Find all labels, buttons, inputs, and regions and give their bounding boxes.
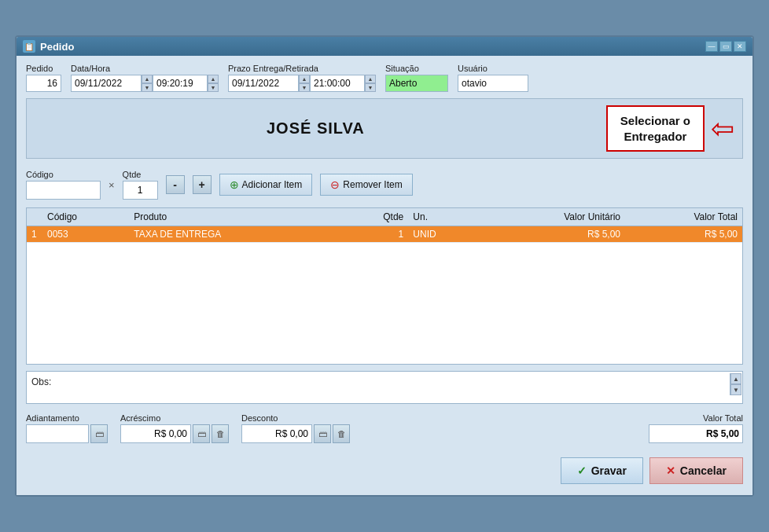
col-valor-unitario: Valor Unitário [480,208,625,226]
prazo-data-down-btn[interactable]: ▼ [299,83,310,92]
footer-fields: Adiantamento 🗃 Acréscimo 🗃 🗑 Desconto [26,410,743,446]
items-table-container: Código Produto Qtde Un. Valor Unitário V… [26,207,743,365]
data-hora-inputs: ▲ ▼ ▲ ▼ [71,75,219,92]
adiantamento-btn[interactable]: 🗃 [90,424,108,443]
hora-down-btn[interactable]: ▼ [208,83,219,92]
plus-button[interactable]: + [193,175,212,194]
window-controls: — ▭ ✕ [705,41,746,52]
gravar-label: Gravar [591,464,627,477]
pedido-group: Pedido [26,64,61,92]
valor-total-group: Valor Total [649,413,743,443]
cell-valor-total: R$ 5,00 [625,226,742,243]
prazo-label: Prazo Entrega/Retirada [228,64,376,73]
col-num [27,208,42,226]
qtde-label: Qtde [123,170,158,179]
col-codigo: Código [42,208,129,226]
prazo-hora-down-btn[interactable]: ▼ [365,83,376,92]
obs-textarea[interactable] [59,373,725,402]
situacao-group: Situação [385,64,448,92]
item-controls: Código × Qtde - + ⊕ Adicionar Item ⊖ Rem… [26,165,743,201]
codigo-label: Código [26,170,101,179]
acrescimo-btn2[interactable]: 🗑 [212,424,229,443]
data-hora-group: Data/Hora ▲ ▼ ▲ ▼ [71,64,219,92]
valor-total-label: Valor Total [703,413,743,423]
usuario-input[interactable] [458,75,528,92]
remove-icon: ⊖ [330,178,340,191]
codigo-input[interactable] [26,181,101,200]
pedido-input[interactable] [26,75,61,92]
table-row[interactable]: 1 0053 TAXA DE ENTREGA 1 UNID R$ 5,00 R$… [27,226,742,243]
acrescimo-input[interactable] [120,424,191,443]
customer-name: JOSÉ SILVA [35,105,597,152]
add-icon: ⊕ [230,178,239,191]
acrescimo-group: Acréscimo 🗃 🗑 [120,413,229,443]
data-up-btn[interactable]: ▲ [142,75,153,83]
cell-un: UNID [408,226,480,243]
prazo-inputs: ▲ ▼ ▲ ▼ [228,75,376,92]
acrescimo-label: Acréscimo [120,413,229,423]
main-window: 📋 Pedido — ▭ ✕ Pedido Data/Hora ▲ ▼ [15,35,754,497]
valor-total-input[interactable] [649,424,743,443]
adiantamento-group: Adiantamento 🗃 [26,413,108,443]
cell-qtde: 1 [343,226,409,243]
desconto-label: Desconto [241,413,350,423]
prazo-data-input[interactable] [228,75,299,92]
obs-scroll-up[interactable]: ▲ [730,373,741,384]
restore-button[interactable]: ▭ [719,41,732,52]
col-valor-total: Valor Total [625,208,742,226]
cancelar-button[interactable]: ✕ Cancelar [649,457,743,484]
pedido-label: Pedido [26,64,61,73]
prazo-hora-input[interactable] [310,75,365,92]
title-bar: 📋 Pedido — ▭ ✕ [17,37,752,56]
window-icon: 📋 [23,40,35,53]
obs-scrollbar: ▲ ▼ [730,373,741,395]
cell-produto: TAXA DE ENTREGA [129,226,342,243]
adiantamento-label: Adiantamento [26,413,108,423]
situacao-input[interactable] [385,75,448,92]
data-input[interactable] [71,75,142,92]
header-fields: Pedido Data/Hora ▲ ▼ ▲ ▼ [26,64,743,92]
cell-valor-unitario: R$ 5,00 [480,226,625,243]
data-hora-label: Data/Hora [71,64,219,73]
prazo-data-up-btn[interactable]: ▲ [299,75,310,83]
hora-up-btn[interactable]: ▲ [208,75,219,83]
remove-item-button[interactable]: ⊖ Remover Item [320,174,412,196]
data-down-btn[interactable]: ▼ [142,83,153,92]
select-deliverer-button[interactable]: Selecionar oEntregador [606,105,705,152]
cancelar-label: Cancelar [680,464,727,477]
usuario-label: Usuário [458,64,528,73]
qtde-group: Qtde [123,170,158,200]
qtde-input[interactable] [123,181,158,200]
col-produto: Produto [129,208,342,226]
items-table: Código Produto Qtde Un. Valor Unitário V… [27,208,742,243]
cell-num: 1 [27,226,42,243]
arrow-right-icon: ⇦ [711,115,734,143]
codigo-group: Código [26,170,101,200]
remove-item-label: Remover Item [343,179,402,190]
usuario-group: Usuário [458,64,528,92]
desconto-btn2[interactable]: 🗑 [333,424,350,443]
obs-scroll-down[interactable]: ▼ [730,384,741,395]
col-qtde: Qtde [343,208,409,226]
x-icon: ✕ [666,464,675,477]
minus-button[interactable]: - [166,175,185,194]
window-title: Pedido [40,41,74,53]
add-item-label: Adicionar Item [242,179,303,190]
hora-input[interactable] [153,75,208,92]
prazo-hora-up-btn[interactable]: ▲ [365,75,376,83]
minimize-button[interactable]: — [705,41,718,52]
situacao-label: Situação [385,64,448,73]
desconto-btn1[interactable]: 🗃 [314,424,331,443]
check-icon: ✓ [577,464,587,477]
prazo-group: Prazo Entrega/Retirada ▲ ▼ ▲ ▼ [228,64,376,92]
gravar-button[interactable]: ✓ Gravar [561,457,643,484]
adiantamento-input[interactable] [26,424,89,443]
times-symbol: × [109,179,115,191]
col-un: Un. [408,208,480,226]
close-button[interactable]: ✕ [734,41,746,52]
desconto-group: Desconto 🗃 🗑 [241,413,350,443]
acrescimo-btn1[interactable]: 🗃 [193,424,210,443]
add-item-button[interactable]: ⊕ Adicionar Item [219,174,313,196]
desconto-input[interactable] [241,424,312,443]
obs-row: Obs: ▲ ▼ [26,371,743,404]
